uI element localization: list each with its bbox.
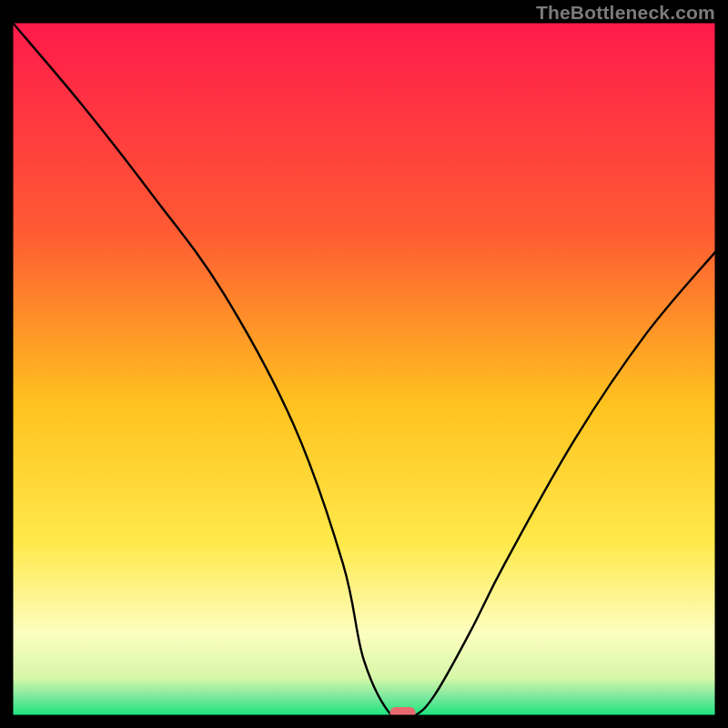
chart-background <box>12 22 716 716</box>
chart-frame <box>12 22 716 716</box>
watermark-text: TheBottleneck.com <box>536 2 715 24</box>
bottleneck-chart <box>12 22 716 716</box>
